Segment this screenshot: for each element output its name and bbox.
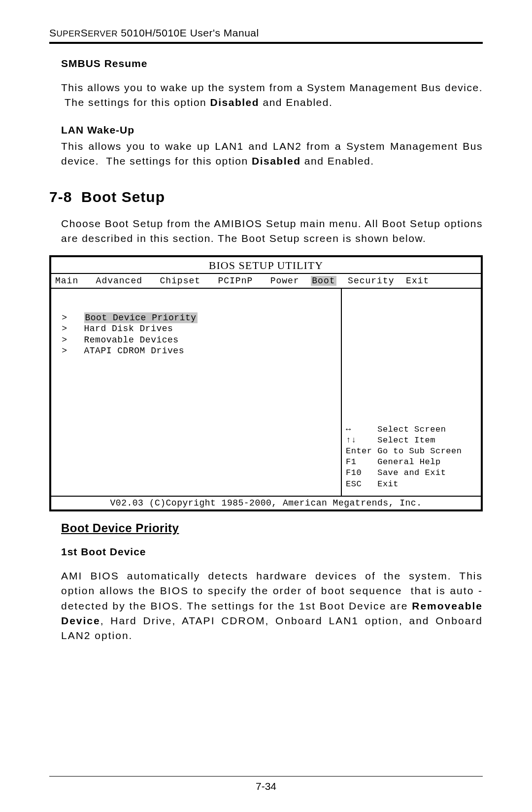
bios-item: > ATAPI CDROM Drives <box>56 345 337 357</box>
page-number: 7-34 <box>0 780 532 792</box>
section-number: 7-8 <box>49 189 72 205</box>
section-title: 7-8 Boot Setup <box>49 189 483 205</box>
bios-footer: V02.03 (C)Copyright 1985-2000, American … <box>51 496 481 509</box>
section-intro: Choose Boot Setup from the AMIBIOS Setup… <box>61 216 483 246</box>
header-rule <box>49 42 483 44</box>
smbus-text: This allows you to wake up the system fr… <box>61 80 483 110</box>
bios-title: BIOS SETUP UTILITY <box>51 257 481 273</box>
first-boot-heading: 1st Boot Device <box>61 546 483 558</box>
page-header: SUPERSERVER 5010H/5010E User's Manual <box>49 27 483 42</box>
bios-tabs: Main Advanced Chipset PCIPnP Power Boot … <box>51 273 481 289</box>
bios-screenshot: BIOS SETUP UTILITY Main Advanced Chipset… <box>49 255 483 511</box>
bios-help: ↔ Select Screen ↑↓ Select Item Enter Go … <box>346 424 462 490</box>
lan-text: This allows you to wake up LAN1 and LAN2… <box>61 139 483 169</box>
bios-item: > Removable Devices <box>56 335 337 346</box>
first-boot-text: AMI BIOS automatically detects hardware … <box>61 569 483 643</box>
lan-heading: LAN Wake-Up <box>61 124 483 136</box>
bios-tab-boot: Boot <box>311 276 336 286</box>
smbus-heading: SMBUS Resume <box>61 58 483 69</box>
footer-rule <box>49 776 483 777</box>
bios-right-panel: ↔ Select Screen ↑↓ Select Item Enter Go … <box>342 289 481 496</box>
boot-priority-heading: Boot Device Priority <box>61 521 483 535</box>
bios-item: > Hard Disk Drives <box>56 323 337 335</box>
bios-left-panel: > Boot Device Priority > Hard Disk Drive… <box>51 289 342 496</box>
section-name: Boot Setup <box>81 189 165 205</box>
bios-item: > Boot Device Priority <box>56 312 337 324</box>
